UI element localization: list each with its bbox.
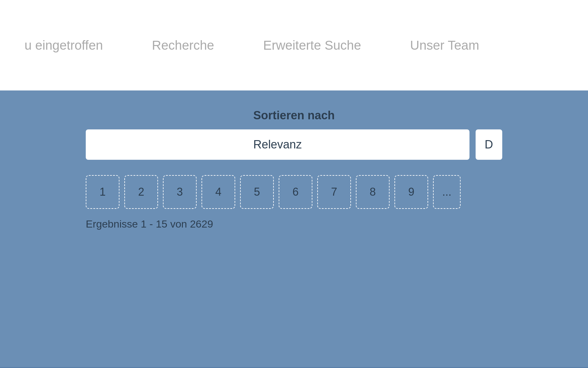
- results-count: Ergebnisse 1 - 15 von 2629: [86, 218, 502, 230]
- page-container: u eingetroffen Recherche Erweiterte Such…: [0, 0, 588, 368]
- sort-select[interactable]: Relevanz: [86, 129, 469, 160]
- sort-row: Relevanz D: [86, 129, 502, 160]
- nav-bar: u eingetroffen Recherche Erweiterte Such…: [0, 0, 588, 90]
- nav-item-neu-eingetroffen[interactable]: u eingetroffen: [0, 38, 127, 53]
- page-button-3[interactable]: 3: [163, 175, 197, 209]
- page-button-5[interactable]: 5: [240, 175, 274, 209]
- sort-label: Sortieren nach: [86, 109, 502, 122]
- sort-direction-button[interactable]: D: [476, 129, 502, 160]
- nav-item-erweiterte-suche[interactable]: Erweiterte Suche: [239, 38, 386, 53]
- search-filter-section: Sortieren nach Relevanz D 1 2 3 4 5 6 7 …: [0, 90, 588, 368]
- pagination: 1 2 3 4 5 6 7 8 9 ...: [86, 175, 502, 209]
- page-button-9[interactable]: 9: [394, 175, 428, 209]
- nav-item-unser-team[interactable]: Unser Team: [386, 38, 504, 53]
- page-button-4[interactable]: 4: [202, 175, 235, 209]
- page-button-2[interactable]: 2: [124, 175, 158, 209]
- page-button-7[interactable]: 7: [317, 175, 351, 209]
- page-button-1[interactable]: 1: [86, 175, 119, 209]
- pagination-ellipsis: ...: [433, 175, 461, 209]
- nav-items: u eingetroffen Recherche Erweiterte Such…: [0, 38, 588, 53]
- page-button-8[interactable]: 8: [356, 175, 390, 209]
- page-button-6[interactable]: 6: [279, 175, 312, 209]
- nav-item-recherche[interactable]: Recherche: [127, 38, 239, 53]
